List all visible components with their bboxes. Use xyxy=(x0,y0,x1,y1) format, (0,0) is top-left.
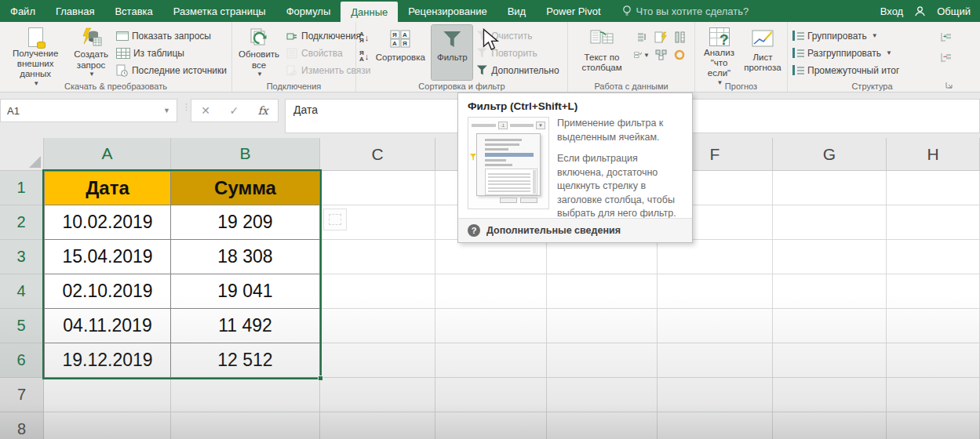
row-header-8[interactable]: 8 xyxy=(0,412,44,439)
show-detail-rows-button[interactable]: + xyxy=(938,30,953,44)
row-header-6[interactable]: 6 xyxy=(0,343,44,378)
insert-function-icon[interactable]: fx xyxy=(258,104,268,117)
cell-B6[interactable]: 12 512 xyxy=(171,343,320,378)
from-table-button[interactable]: Из таблицы xyxy=(115,45,228,60)
hide-detail-rows-button[interactable]: − xyxy=(938,50,953,64)
tab-data[interactable]: Данные xyxy=(341,2,398,22)
cell-E5[interactable] xyxy=(547,309,658,343)
cell-F6[interactable] xyxy=(658,343,773,378)
cell-B7[interactable] xyxy=(171,378,320,412)
tab-power-pivot[interactable]: Power Pivot xyxy=(536,0,610,22)
sign-in-link[interactable]: Вход xyxy=(880,5,903,17)
clear-filter-button[interactable]: Очистить xyxy=(474,28,560,43)
tooltip-footer[interactable]: ? Дополнительные сведения xyxy=(458,218,692,242)
cell-D3[interactable] xyxy=(435,240,547,274)
cell-D5[interactable] xyxy=(435,309,547,343)
show-detail-button[interactable] xyxy=(634,30,650,44)
cell-H4[interactable] xyxy=(887,274,980,309)
row-header-1[interactable]: 1 xyxy=(0,171,44,205)
column-header-C[interactable]: C xyxy=(320,138,435,171)
group-button[interactable]: Группировать ▼ xyxy=(791,28,901,43)
cancel-icon[interactable]: ✕ xyxy=(201,104,210,117)
column-header-G[interactable]: G xyxy=(773,138,887,171)
cell-D6[interactable] xyxy=(435,343,547,378)
cell-A3[interactable]: 15.04.2019 xyxy=(44,240,171,274)
quick-analysis-button[interactable] xyxy=(323,209,347,230)
account-name[interactable]: Общий xyxy=(937,5,971,17)
cell-A2[interactable]: 10.02.2019 xyxy=(44,205,171,240)
name-box-dropdown-icon[interactable]: ▼ xyxy=(163,107,170,114)
cell-H3[interactable] xyxy=(887,240,980,274)
column-header-B[interactable]: B xyxy=(171,138,320,171)
name-box[interactable]: A1 ▼ xyxy=(0,99,177,122)
cell-D7[interactable] xyxy=(435,378,547,412)
row-header-2[interactable]: 2 xyxy=(0,205,44,240)
cell-B4[interactable]: 19 041 xyxy=(171,274,320,309)
tell-me-search[interactable]: Что вы хотите сделать? xyxy=(622,0,749,22)
cell-E6[interactable] xyxy=(547,343,658,378)
fill-handle[interactable] xyxy=(318,376,323,381)
cell-C8[interactable] xyxy=(320,412,435,439)
cell-B1[interactable]: Сумма xyxy=(171,171,320,205)
cell-A5[interactable]: 04.11.2019 xyxy=(44,309,171,343)
row-header-3[interactable]: 3 xyxy=(0,240,44,274)
cell-G1[interactable] xyxy=(773,171,887,205)
cell-B5[interactable]: 11 492 xyxy=(171,309,320,343)
row-header-5[interactable]: 5 xyxy=(0,309,44,343)
reapply-filter-button[interactable]: Повторить xyxy=(474,45,560,60)
cell-H6[interactable] xyxy=(887,343,980,378)
cell-C4[interactable] xyxy=(320,274,435,309)
cell-H8[interactable] xyxy=(887,412,980,439)
cell-F4[interactable] xyxy=(658,274,773,309)
cell-D8[interactable] xyxy=(435,412,547,439)
cell-E7[interactable] xyxy=(547,378,658,412)
tab-page-layout[interactable]: Разметка страницы xyxy=(163,0,276,22)
cell-G5[interactable] xyxy=(773,309,887,343)
cell-F5[interactable] xyxy=(658,309,773,343)
forecast-sheet-button[interactable]: Лист прогноза xyxy=(741,25,784,80)
tab-insert[interactable]: Вставка xyxy=(104,0,162,22)
cell-A4[interactable]: 02.10.2019 xyxy=(44,274,171,309)
advanced-filter-button[interactable]: Дополнительно xyxy=(474,63,560,78)
data-validation-button[interactable]: ▼ xyxy=(634,48,650,62)
row-header-4[interactable]: 4 xyxy=(0,274,44,309)
remove-duplicates-button[interactable] xyxy=(672,30,687,44)
cell-C5[interactable] xyxy=(320,309,435,343)
row-header-7[interactable]: 7 xyxy=(0,378,44,412)
tab-formulas[interactable]: Формулы xyxy=(276,0,341,22)
sort-button[interactable]: ЯА АЯ Сортировка xyxy=(370,25,430,80)
cell-G7[interactable] xyxy=(773,378,887,412)
tab-view[interactable]: Вид xyxy=(497,0,537,22)
text-to-columns-button[interactable]: Текст по столбцам xyxy=(571,25,632,80)
cell-D4[interactable] xyxy=(435,274,547,309)
cell-A1[interactable]: Дата xyxy=(44,171,171,205)
cell-G3[interactable] xyxy=(773,240,887,274)
sort-ascending-button[interactable]: АЯ↓ xyxy=(359,31,369,44)
cell-F7[interactable] xyxy=(658,378,773,412)
cell-C3[interactable] xyxy=(320,240,435,274)
filter-button[interactable]: Фильтр xyxy=(432,25,472,80)
cell-G6[interactable] xyxy=(773,343,887,378)
ungroup-button[interactable]: Разгруппировать ▼ xyxy=(791,45,901,60)
outline-dialog-launcher-icon[interactable] xyxy=(945,82,953,89)
subtotal-button[interactable]: Промежуточный итог xyxy=(791,63,901,78)
cell-B2[interactable]: 19 209 xyxy=(171,205,320,240)
select-all-corner[interactable] xyxy=(0,138,44,171)
cell-G2[interactable] xyxy=(773,205,887,240)
cell-H7[interactable] xyxy=(887,378,980,412)
cell-F3[interactable] xyxy=(658,240,773,274)
cell-B3[interactable]: 18 308 xyxy=(171,240,320,274)
enter-icon[interactable]: ✓ xyxy=(229,104,239,117)
consolidate-button[interactable] xyxy=(653,48,669,62)
tab-home[interactable]: Главная xyxy=(46,0,104,22)
column-header-H[interactable]: H xyxy=(887,138,980,171)
cell-C1[interactable] xyxy=(320,171,435,205)
column-header-A[interactable]: A xyxy=(44,138,171,171)
refresh-all-button[interactable]: Обновить все▼ xyxy=(235,25,282,80)
cell-C7[interactable] xyxy=(320,378,435,412)
get-external-data-button[interactable]: Получение внешних данных▼ xyxy=(3,25,67,80)
cell-F8[interactable] xyxy=(658,412,773,439)
cell-H5[interactable] xyxy=(887,309,980,343)
cell-H1[interactable] xyxy=(887,171,980,205)
cell-E3[interactable] xyxy=(547,240,658,274)
